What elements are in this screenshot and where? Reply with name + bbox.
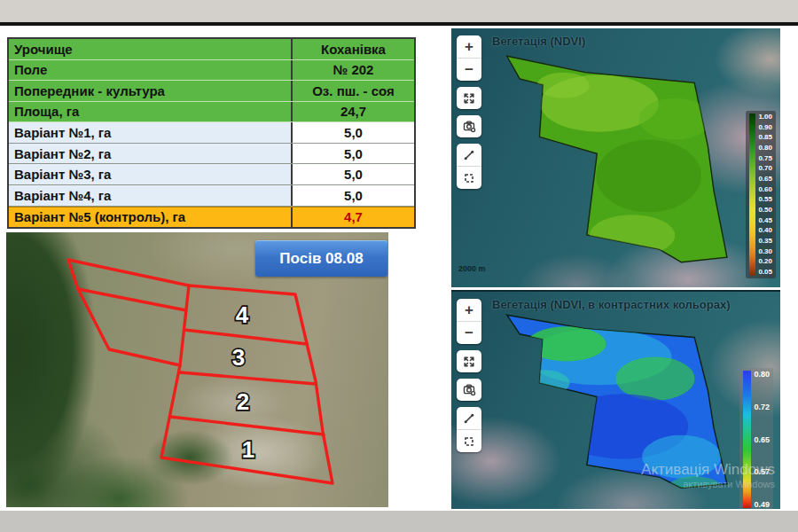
- measure-button[interactable]: [457, 144, 481, 166]
- table-row: УрочищеКоханівка: [9, 39, 414, 60]
- plot-number-label: 4: [236, 301, 249, 328]
- table-row-label: Варіант №3, га: [9, 164, 293, 184]
- map-scale-label: 2000 m: [458, 264, 486, 273]
- table-row: Варіант №1, га5,0: [9, 122, 414, 144]
- legend-value: 0.75: [758, 155, 772, 162]
- top-gray-bar: [0, 0, 798, 22]
- map-controls: + −: [457, 35, 481, 189]
- measure-icon: [463, 412, 475, 425]
- ndvi-contrast-map[interactable]: Вегетація (NDVI, в контрастних кольорах)…: [451, 290, 780, 509]
- measure-icon: [463, 149, 475, 161]
- screenshot-button[interactable]: [457, 379, 481, 401]
- legend-value: 0.45: [758, 217, 772, 224]
- camera-settings-icon: [463, 383, 476, 396]
- legend-value: 0.65: [758, 176, 772, 183]
- table-row: Варіант №5 (контроль), га4,7: [9, 207, 414, 228]
- table-row-label: Поле: [9, 60, 293, 81]
- ndvi-legend: 1.000.900.850.800.750.700.650.600.550.50…: [746, 111, 776, 278]
- table-row-value: 5,0: [293, 185, 414, 206]
- screenshot-root: УрочищеКоханівкаПоле№ 202Попередник - ку…: [0, 0, 798, 532]
- map-title: Вегетація (NDVI, в контрастних кольорах): [492, 298, 731, 311]
- table-row-value: 5,0: [293, 122, 414, 143]
- legend-value: 1.00: [758, 113, 772, 121]
- table-row-label: Попередник - культура: [9, 81, 293, 101]
- legend-value: 0.80: [758, 145, 772, 152]
- table-row-label: Варіант №5 (контроль), га: [9, 207, 293, 228]
- area-select-icon: [463, 172, 475, 184]
- bottom-gray-bar: [0, 511, 798, 532]
- sowing-date-badge: Посів 08.08: [255, 240, 387, 277]
- table-row-label: Варіант №2, га: [9, 144, 293, 164]
- legend-color-bar: [749, 113, 755, 276]
- plot-number-label: 1: [242, 436, 254, 463]
- table-row-label: Урочище: [9, 39, 293, 59]
- legend-value: 0.35: [758, 238, 772, 245]
- legend-value: 0.20: [758, 258, 772, 265]
- ndvi-map[interactable]: Вегетація (NDVI) + − 1: [451, 28, 780, 287]
- map-title: Вегетація (NDVI): [492, 35, 585, 48]
- table-row-value: Коханівка: [293, 39, 414, 59]
- legend-value: 0.80: [754, 371, 770, 378]
- ndvi-contrast-field-polygon: [451, 292, 780, 509]
- legend-color-bar: [743, 371, 751, 508]
- top-divider-line: [0, 22, 798, 26]
- table-row-value: 24,7: [293, 102, 414, 122]
- table-row-value: 5,0: [293, 144, 414, 164]
- legend-value: 0.40: [758, 227, 772, 234]
- legend-value: 0.65: [754, 436, 770, 443]
- table-row-label: Площа, га: [9, 102, 293, 122]
- area-select-button[interactable]: [457, 429, 481, 452]
- table-row: Варіант №3, га5,0: [9, 164, 414, 185]
- table-row: Площа, га24,7: [9, 102, 414, 123]
- legend-value: 0.70: [758, 165, 772, 172]
- table-row-value: Оз. пш. - соя: [293, 81, 414, 101]
- table-row-value: № 202: [293, 60, 414, 81]
- table-row: Поле№ 202: [9, 60, 414, 82]
- area-select-icon: [463, 435, 475, 448]
- legend-value: 0.05: [758, 269, 772, 276]
- plot-number-label: 2: [237, 388, 249, 415]
- zoom-out-button[interactable]: −: [457, 321, 481, 344]
- fullscreen-button[interactable]: [457, 87, 481, 109]
- table-row-label: Варіант №4, га: [9, 185, 293, 206]
- camera-settings-icon: [463, 120, 476, 133]
- zoom-in-button[interactable]: +: [457, 35, 481, 58]
- legend-value: 0.72: [754, 403, 770, 411]
- satellite-map[interactable]: 4 3 2 1 Посів 08.08: [6, 232, 388, 507]
- ndvi-field-polygon: [451, 28, 780, 287]
- legend-value: 0.60: [758, 186, 772, 193]
- fullscreen-button[interactable]: [457, 350, 481, 372]
- zoom-in-button[interactable]: +: [457, 299, 481, 321]
- table-row-label: Варіант №1, га: [9, 122, 293, 143]
- zoom-out-button[interactable]: −: [457, 58, 481, 81]
- legend-value: 0.57: [754, 468, 770, 475]
- area-select-button[interactable]: [457, 166, 481, 189]
- table-row-value: 4,7: [293, 207, 414, 228]
- legend-value: 0.90: [758, 124, 772, 131]
- legend-value: 0.50: [758, 207, 772, 214]
- measure-button[interactable]: [457, 407, 481, 429]
- map-controls: + −: [457, 299, 481, 452]
- legend-value: 0.85: [758, 134, 772, 141]
- screenshot-button[interactable]: [457, 115, 481, 137]
- legend-value: 0.49: [754, 501, 770, 508]
- legend-labels: 1.000.900.850.800.750.700.650.600.550.50…: [758, 113, 772, 276]
- table-row-value: 5,0: [293, 164, 414, 184]
- ndvi-contrast-legend: 0.800.720.650.570.49: [739, 368, 773, 509]
- table-row: Варіант №2, га5,0: [9, 144, 414, 165]
- plot-number-label: 3: [232, 344, 245, 371]
- fullscreen-icon: [463, 356, 475, 368]
- field-info-table: УрочищеКоханівкаПоле№ 202Попередник - ку…: [7, 37, 416, 229]
- table-row: Попередник - культураОз. пш. - соя: [9, 81, 414, 102]
- legend-labels: 0.800.720.650.570.49: [754, 371, 770, 508]
- legend-value: 0.30: [758, 248, 772, 255]
- legend-value: 0.55: [758, 196, 772, 203]
- fullscreen-icon: [463, 92, 475, 105]
- table-row: Варіант №4, га5,0: [9, 185, 414, 207]
